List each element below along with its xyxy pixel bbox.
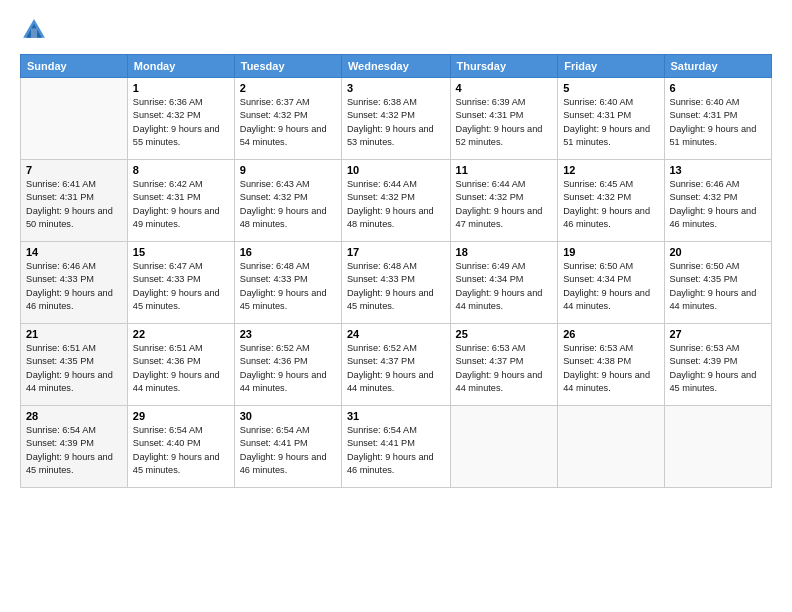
day-cell: 17Sunrise: 6:48 AMSunset: 4:33 PMDayligh… [341, 242, 450, 324]
day-number: 27 [670, 328, 767, 340]
day-number: 17 [347, 246, 445, 258]
day-info: Sunrise: 6:38 AMSunset: 4:32 PMDaylight:… [347, 96, 445, 149]
col-header-wednesday: Wednesday [341, 55, 450, 78]
col-header-tuesday: Tuesday [234, 55, 341, 78]
day-number: 16 [240, 246, 336, 258]
logo [20, 16, 52, 44]
col-header-monday: Monday [127, 55, 234, 78]
day-number: 20 [670, 246, 767, 258]
day-number: 8 [133, 164, 229, 176]
day-cell [450, 406, 558, 488]
day-cell: 16Sunrise: 6:48 AMSunset: 4:33 PMDayligh… [234, 242, 341, 324]
day-info: Sunrise: 6:52 AMSunset: 4:37 PMDaylight:… [347, 342, 445, 395]
day-cell: 13Sunrise: 6:46 AMSunset: 4:32 PMDayligh… [664, 160, 772, 242]
day-number: 1 [133, 82, 229, 94]
day-cell: 15Sunrise: 6:47 AMSunset: 4:33 PMDayligh… [127, 242, 234, 324]
day-cell: 6Sunrise: 6:40 AMSunset: 4:31 PMDaylight… [664, 78, 772, 160]
day-cell: 22Sunrise: 6:51 AMSunset: 4:36 PMDayligh… [127, 324, 234, 406]
day-info: Sunrise: 6:54 AMSunset: 4:40 PMDaylight:… [133, 424, 229, 477]
day-info: Sunrise: 6:51 AMSunset: 4:36 PMDaylight:… [133, 342, 229, 395]
day-info: Sunrise: 6:54 AMSunset: 4:41 PMDaylight:… [240, 424, 336, 477]
day-cell: 3Sunrise: 6:38 AMSunset: 4:32 PMDaylight… [341, 78, 450, 160]
day-number: 7 [26, 164, 122, 176]
day-info: Sunrise: 6:50 AMSunset: 4:34 PMDaylight:… [563, 260, 658, 313]
day-info: Sunrise: 6:41 AMSunset: 4:31 PMDaylight:… [26, 178, 122, 231]
header [20, 16, 772, 44]
day-number: 21 [26, 328, 122, 340]
day-number: 23 [240, 328, 336, 340]
day-number: 31 [347, 410, 445, 422]
day-number: 12 [563, 164, 658, 176]
day-info: Sunrise: 6:53 AMSunset: 4:38 PMDaylight:… [563, 342, 658, 395]
day-number: 13 [670, 164, 767, 176]
day-cell: 11Sunrise: 6:44 AMSunset: 4:32 PMDayligh… [450, 160, 558, 242]
day-cell: 4Sunrise: 6:39 AMSunset: 4:31 PMDaylight… [450, 78, 558, 160]
day-info: Sunrise: 6:40 AMSunset: 4:31 PMDaylight:… [670, 96, 767, 149]
week-row-3: 21Sunrise: 6:51 AMSunset: 4:35 PMDayligh… [21, 324, 772, 406]
week-row-2: 14Sunrise: 6:46 AMSunset: 4:33 PMDayligh… [21, 242, 772, 324]
day-cell [558, 406, 664, 488]
day-cell: 2Sunrise: 6:37 AMSunset: 4:32 PMDaylight… [234, 78, 341, 160]
day-number: 28 [26, 410, 122, 422]
day-number: 25 [456, 328, 553, 340]
day-info: Sunrise: 6:44 AMSunset: 4:32 PMDaylight:… [456, 178, 553, 231]
day-cell: 1Sunrise: 6:36 AMSunset: 4:32 PMDaylight… [127, 78, 234, 160]
day-cell: 26Sunrise: 6:53 AMSunset: 4:38 PMDayligh… [558, 324, 664, 406]
day-info: Sunrise: 6:39 AMSunset: 4:31 PMDaylight:… [456, 96, 553, 149]
day-info: Sunrise: 6:51 AMSunset: 4:35 PMDaylight:… [26, 342, 122, 395]
day-number: 11 [456, 164, 553, 176]
day-number: 29 [133, 410, 229, 422]
day-info: Sunrise: 6:53 AMSunset: 4:37 PMDaylight:… [456, 342, 553, 395]
col-header-thursday: Thursday [450, 55, 558, 78]
day-info: Sunrise: 6:48 AMSunset: 4:33 PMDaylight:… [347, 260, 445, 313]
day-cell: 30Sunrise: 6:54 AMSunset: 4:41 PMDayligh… [234, 406, 341, 488]
day-info: Sunrise: 6:44 AMSunset: 4:32 PMDaylight:… [347, 178, 445, 231]
day-number: 19 [563, 246, 658, 258]
day-number: 14 [26, 246, 122, 258]
day-cell: 27Sunrise: 6:53 AMSunset: 4:39 PMDayligh… [664, 324, 772, 406]
day-cell [21, 78, 128, 160]
day-number: 24 [347, 328, 445, 340]
day-number: 4 [456, 82, 553, 94]
day-number: 30 [240, 410, 336, 422]
day-number: 15 [133, 246, 229, 258]
day-info: Sunrise: 6:53 AMSunset: 4:39 PMDaylight:… [670, 342, 767, 395]
day-info: Sunrise: 6:47 AMSunset: 4:33 PMDaylight:… [133, 260, 229, 313]
header-row: SundayMondayTuesdayWednesdayThursdayFrid… [21, 55, 772, 78]
svg-rect-2 [31, 28, 37, 37]
day-info: Sunrise: 6:52 AMSunset: 4:36 PMDaylight:… [240, 342, 336, 395]
day-cell: 24Sunrise: 6:52 AMSunset: 4:37 PMDayligh… [341, 324, 450, 406]
day-info: Sunrise: 6:50 AMSunset: 4:35 PMDaylight:… [670, 260, 767, 313]
week-row-1: 7Sunrise: 6:41 AMSunset: 4:31 PMDaylight… [21, 160, 772, 242]
day-cell: 31Sunrise: 6:54 AMSunset: 4:41 PMDayligh… [341, 406, 450, 488]
day-number: 26 [563, 328, 658, 340]
col-header-sunday: Sunday [21, 55, 128, 78]
day-cell: 7Sunrise: 6:41 AMSunset: 4:31 PMDaylight… [21, 160, 128, 242]
page: SundayMondayTuesdayWednesdayThursdayFrid… [0, 0, 792, 612]
day-info: Sunrise: 6:46 AMSunset: 4:33 PMDaylight:… [26, 260, 122, 313]
week-row-0: 1Sunrise: 6:36 AMSunset: 4:32 PMDaylight… [21, 78, 772, 160]
day-cell [664, 406, 772, 488]
day-info: Sunrise: 6:40 AMSunset: 4:31 PMDaylight:… [563, 96, 658, 149]
day-cell: 20Sunrise: 6:50 AMSunset: 4:35 PMDayligh… [664, 242, 772, 324]
day-cell: 29Sunrise: 6:54 AMSunset: 4:40 PMDayligh… [127, 406, 234, 488]
day-cell: 25Sunrise: 6:53 AMSunset: 4:37 PMDayligh… [450, 324, 558, 406]
day-number: 22 [133, 328, 229, 340]
logo-icon [20, 16, 48, 44]
day-cell: 18Sunrise: 6:49 AMSunset: 4:34 PMDayligh… [450, 242, 558, 324]
day-info: Sunrise: 6:43 AMSunset: 4:32 PMDaylight:… [240, 178, 336, 231]
week-row-4: 28Sunrise: 6:54 AMSunset: 4:39 PMDayligh… [21, 406, 772, 488]
day-number: 18 [456, 246, 553, 258]
day-info: Sunrise: 6:49 AMSunset: 4:34 PMDaylight:… [456, 260, 553, 313]
day-cell: 19Sunrise: 6:50 AMSunset: 4:34 PMDayligh… [558, 242, 664, 324]
day-number: 10 [347, 164, 445, 176]
col-header-friday: Friday [558, 55, 664, 78]
day-number: 3 [347, 82, 445, 94]
day-number: 6 [670, 82, 767, 94]
day-cell: 8Sunrise: 6:42 AMSunset: 4:31 PMDaylight… [127, 160, 234, 242]
day-info: Sunrise: 6:37 AMSunset: 4:32 PMDaylight:… [240, 96, 336, 149]
day-cell: 10Sunrise: 6:44 AMSunset: 4:32 PMDayligh… [341, 160, 450, 242]
day-info: Sunrise: 6:54 AMSunset: 4:41 PMDaylight:… [347, 424, 445, 477]
day-cell: 21Sunrise: 6:51 AMSunset: 4:35 PMDayligh… [21, 324, 128, 406]
day-cell: 12Sunrise: 6:45 AMSunset: 4:32 PMDayligh… [558, 160, 664, 242]
